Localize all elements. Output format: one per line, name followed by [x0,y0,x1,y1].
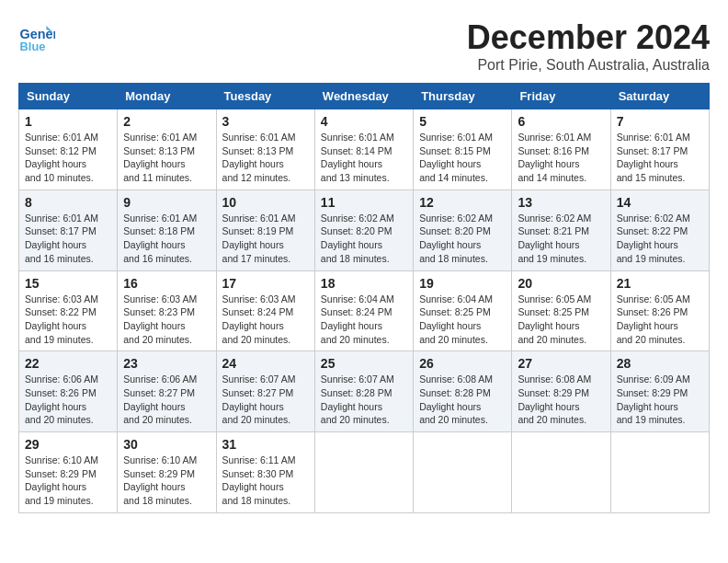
day-info: Sunrise: 6:01 AMSunset: 8:14 PMDaylight … [321,131,407,185]
table-row: 8Sunrise: 6:01 AMSunset: 8:17 PMDaylight… [19,190,118,270]
day-info: Sunrise: 6:03 AMSunset: 8:24 PMDaylight … [222,293,309,347]
day-info: Sunrise: 6:08 AMSunset: 8:28 PMDaylight … [419,373,506,427]
day-number: 9 [123,195,210,210]
table-row: 5Sunrise: 6:01 AMSunset: 8:15 PMDaylight… [414,109,512,190]
day-info: Sunrise: 6:06 AMSunset: 8:27 PMDaylight … [123,373,210,427]
day-info: Sunrise: 6:07 AMSunset: 8:27 PMDaylight … [222,373,309,427]
table-row: 13Sunrise: 6:02 AMSunset: 8:21 PMDayligh… [512,190,610,270]
week-row-4: 22Sunrise: 6:06 AMSunset: 8:26 PMDayligh… [19,351,710,432]
week-row-5: 29Sunrise: 6:10 AMSunset: 8:29 PMDayligh… [19,432,710,513]
day-number: 10 [222,195,309,210]
table-row: 20Sunrise: 6:05 AMSunset: 8:25 PMDayligh… [512,270,610,351]
table-row: 21Sunrise: 6:05 AMSunset: 8:26 PMDayligh… [610,270,709,351]
day-number: 24 [222,356,309,371]
table-row: 19Sunrise: 6:04 AMSunset: 8:25 PMDayligh… [414,270,512,351]
day-info: Sunrise: 6:01 AMSunset: 8:15 PMDaylight … [419,131,506,185]
svg-text:Blue: Blue [20,40,46,53]
day-info: Sunrise: 6:02 AMSunset: 8:21 PMDaylight … [518,212,604,266]
week-row-1: 1Sunrise: 6:01 AMSunset: 8:12 PMDaylight… [19,109,710,190]
day-number: 18 [321,276,407,291]
table-row: 12Sunrise: 6:02 AMSunset: 8:20 PMDayligh… [414,190,512,270]
day-number: 20 [518,276,604,291]
table-row: 16Sunrise: 6:03 AMSunset: 8:23 PMDayligh… [118,270,216,351]
day-number: 15 [25,276,111,291]
day-number: 12 [419,195,506,210]
day-info: Sunrise: 6:05 AMSunset: 8:26 PMDaylight … [617,293,703,347]
table-row [512,432,610,513]
table-row: 27Sunrise: 6:08 AMSunset: 8:29 PMDayligh… [512,351,610,432]
day-number: 16 [123,276,210,291]
day-number: 14 [617,195,703,210]
col-tuesday: Tuesday [216,84,314,109]
day-info: Sunrise: 6:01 AMSunset: 8:19 PMDaylight … [222,212,309,266]
day-number: 29 [25,437,111,452]
table-row: 29Sunrise: 6:10 AMSunset: 8:29 PMDayligh… [19,432,118,513]
day-info: Sunrise: 6:01 AMSunset: 8:17 PMDaylight … [25,212,111,266]
day-info: Sunrise: 6:05 AMSunset: 8:25 PMDaylight … [518,293,604,347]
day-info: Sunrise: 6:02 AMSunset: 8:22 PMDaylight … [617,212,703,266]
day-number: 4 [321,114,407,129]
day-number: 2 [123,114,210,129]
day-number: 1 [25,114,111,129]
col-sunday: Sunday [19,84,118,109]
table-row: 1Sunrise: 6:01 AMSunset: 8:12 PMDaylight… [19,109,118,190]
day-number: 17 [222,276,309,291]
table-row: 14Sunrise: 6:02 AMSunset: 8:22 PMDayligh… [610,190,709,270]
table-row: 30Sunrise: 6:10 AMSunset: 8:29 PMDayligh… [118,432,216,513]
table-row: 22Sunrise: 6:06 AMSunset: 8:26 PMDayligh… [19,351,118,432]
col-saturday: Saturday [610,84,709,109]
table-row: 9Sunrise: 6:01 AMSunset: 8:18 PMDaylight… [118,190,216,270]
logo: General Blue [18,18,59,55]
table-row: 31Sunrise: 6:11 AMSunset: 8:30 PMDayligh… [216,432,314,513]
title-area: December 2024 Port Pirie, South Australi… [467,18,710,74]
table-row: 25Sunrise: 6:07 AMSunset: 8:28 PMDayligh… [314,351,413,432]
table-row [414,432,512,513]
day-number: 8 [25,195,111,210]
day-number: 21 [617,276,703,291]
table-row [314,432,413,513]
table-row: 28Sunrise: 6:09 AMSunset: 8:29 PMDayligh… [610,351,709,432]
calendar-table: Sunday Monday Tuesday Wednesday Thursday… [18,83,710,513]
week-row-3: 15Sunrise: 6:03 AMSunset: 8:22 PMDayligh… [19,270,710,351]
table-row: 24Sunrise: 6:07 AMSunset: 8:27 PMDayligh… [216,351,314,432]
col-thursday: Thursday [414,84,512,109]
day-number: 26 [419,356,506,371]
day-number: 13 [518,195,604,210]
day-info: Sunrise: 6:02 AMSunset: 8:20 PMDaylight … [321,212,407,266]
table-row: 23Sunrise: 6:06 AMSunset: 8:27 PMDayligh… [118,351,216,432]
day-info: Sunrise: 6:08 AMSunset: 8:29 PMDaylight … [518,373,604,427]
day-info: Sunrise: 6:01 AMSunset: 8:12 PMDaylight … [25,131,111,185]
day-info: Sunrise: 6:01 AMSunset: 8:18 PMDaylight … [123,212,210,266]
day-info: Sunrise: 6:01 AMSunset: 8:17 PMDaylight … [617,131,703,185]
day-info: Sunrise: 6:02 AMSunset: 8:20 PMDaylight … [419,212,506,266]
header-row: Sunday Monday Tuesday Wednesday Thursday… [19,84,710,109]
day-number: 22 [25,356,111,371]
week-row-2: 8Sunrise: 6:01 AMSunset: 8:17 PMDaylight… [19,190,710,270]
table-row: 26Sunrise: 6:08 AMSunset: 8:28 PMDayligh… [414,351,512,432]
table-row: 10Sunrise: 6:01 AMSunset: 8:19 PMDayligh… [216,190,314,270]
day-info: Sunrise: 6:09 AMSunset: 8:29 PMDaylight … [617,373,703,427]
table-row: 15Sunrise: 6:03 AMSunset: 8:22 PMDayligh… [19,270,118,351]
table-row: 17Sunrise: 6:03 AMSunset: 8:24 PMDayligh… [216,270,314,351]
table-row: 2Sunrise: 6:01 AMSunset: 8:13 PMDaylight… [118,109,216,190]
day-number: 25 [321,356,407,371]
day-info: Sunrise: 6:10 AMSunset: 8:29 PMDaylight … [123,454,210,508]
table-row: 6Sunrise: 6:01 AMSunset: 8:16 PMDaylight… [512,109,610,190]
day-info: Sunrise: 6:03 AMSunset: 8:23 PMDaylight … [123,293,210,347]
table-row: 11Sunrise: 6:02 AMSunset: 8:20 PMDayligh… [314,190,413,270]
day-info: Sunrise: 6:06 AMSunset: 8:26 PMDaylight … [25,373,111,427]
day-info: Sunrise: 6:04 AMSunset: 8:25 PMDaylight … [419,293,506,347]
col-wednesday: Wednesday [314,84,413,109]
table-row: 18Sunrise: 6:04 AMSunset: 8:24 PMDayligh… [314,270,413,351]
day-info: Sunrise: 6:01 AMSunset: 8:13 PMDaylight … [123,131,210,185]
day-number: 31 [222,437,309,452]
day-info: Sunrise: 6:11 AMSunset: 8:30 PMDaylight … [222,454,309,508]
table-row [610,432,709,513]
table-row: 4Sunrise: 6:01 AMSunset: 8:14 PMDaylight… [314,109,413,190]
logo-icon: General Blue [18,18,55,55]
day-number: 3 [222,114,309,129]
header: General Blue December 2024 Port Pirie, S… [18,18,710,74]
col-monday: Monday [118,84,216,109]
day-info: Sunrise: 6:10 AMSunset: 8:29 PMDaylight … [25,454,111,508]
day-number: 23 [123,356,210,371]
